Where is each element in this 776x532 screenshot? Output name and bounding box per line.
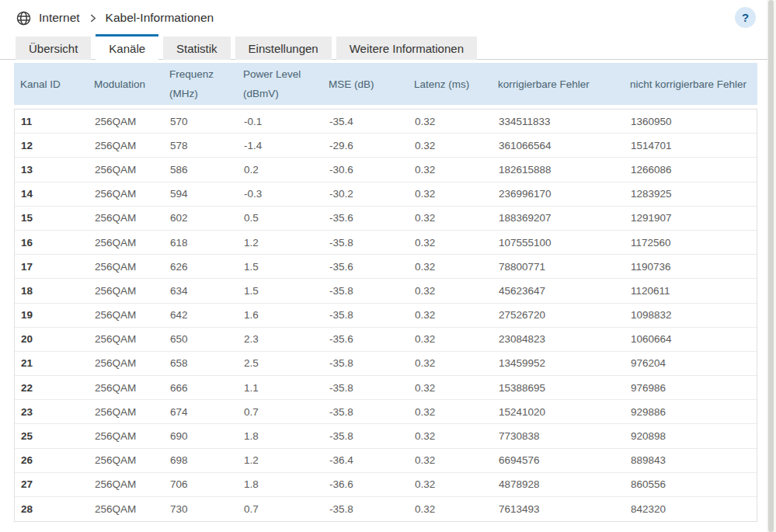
cell: 650 (164, 328, 238, 351)
cell-kanal-id: 13 (15, 158, 89, 181)
cell: 256QAM (89, 279, 164, 302)
cell: 188369207 (492, 207, 625, 230)
cell: 15388695 (492, 376, 625, 399)
cell: -36.4 (323, 449, 409, 472)
cell: 1266086 (625, 158, 757, 181)
table-row: 27256QAM7061.8-36.60.324878928860556 (15, 473, 757, 497)
cell: 1514701 (625, 134, 757, 157)
table-body: 11256QAM570-0.1-35.40.323345118331360950… (14, 109, 757, 522)
cell-kanal-id: 11 (15, 110, 89, 133)
cell: -35.8 (323, 279, 409, 302)
cell: 634 (164, 279, 238, 302)
cell: 0.32 (409, 158, 492, 181)
cell-kanal-id: 23 (15, 400, 89, 423)
help-button[interactable]: ? (735, 7, 756, 28)
table-row: 11256QAM570-0.1-35.40.323345118331360950 (15, 110, 757, 134)
cell: 236996170 (492, 183, 625, 206)
cell: 23084823 (492, 328, 625, 351)
cell: 889843 (625, 449, 757, 472)
scrollbar-track[interactable] (767, 0, 776, 532)
column-header: Power Level(dBmV) (237, 63, 322, 105)
cell: 690 (164, 424, 238, 447)
column-header: Kanal ID (14, 63, 88, 105)
cell-kanal-id: 26 (15, 449, 89, 472)
cell: 1360950 (625, 110, 757, 133)
cell: 1060664 (625, 328, 757, 351)
globe-icon (16, 10, 32, 26)
chevron-right-icon (89, 14, 97, 23)
cell: 658 (164, 352, 238, 375)
table-row: 21256QAM6582.5-35.80.3213459952976204 (15, 352, 757, 376)
cell: -30.2 (323, 183, 409, 206)
cell: 1.8 (238, 473, 323, 496)
table-row: 12256QAM578-1.4-29.60.323610665641514701 (15, 134, 757, 158)
table-row: 28256QAM7300.7-35.80.327613493842320 (15, 497, 757, 521)
cell: -35.8 (323, 497, 409, 521)
cell: 0.32 (409, 183, 492, 206)
table-row: 14256QAM594-0.3-30.20.322369961701283925 (15, 183, 757, 207)
cell-kanal-id: 12 (15, 134, 89, 157)
cell: 976204 (625, 352, 757, 375)
table-row: 25256QAM6901.8-35.80.327730838920898 (15, 424, 757, 448)
tab-kan-le[interactable]: Kanäle (96, 34, 158, 60)
cell: 2.3 (238, 328, 323, 351)
cell-kanal-id: 20 (15, 328, 89, 351)
cell: 1172560 (625, 231, 757, 254)
cell: -35.8 (323, 231, 409, 254)
cell-kanal-id: 16 (15, 231, 89, 254)
tab-statistik[interactable]: Statistik (163, 37, 231, 60)
cell: 1120611 (625, 279, 757, 302)
cell: -35.4 (323, 110, 409, 133)
breadcrumb-section[interactable]: Internet (39, 11, 80, 25)
column-header: Modulation (88, 63, 163, 105)
cell: -35.6 (323, 207, 409, 230)
cell: 361066564 (492, 134, 625, 157)
cell: 0.32 (409, 473, 492, 496)
cell: 0.32 (409, 497, 492, 521)
cell-kanal-id: 27 (15, 473, 89, 496)
cell-kanal-id: 17 (15, 255, 89, 278)
cell: 334511833 (492, 110, 625, 133)
channel-table: Kanal IDModulationFrequenz (MHz)Power Le… (14, 63, 757, 522)
cell-kanal-id: 22 (15, 376, 89, 399)
tab--bersicht[interactable]: Übersicht (16, 37, 91, 60)
table-row: 20256QAM6502.3-35.60.32230848231060664 (15, 328, 757, 352)
cell: 0.32 (409, 279, 492, 302)
cell-kanal-id: 28 (15, 497, 89, 521)
table-row: 15256QAM6020.5-35.60.321883692071291907 (15, 207, 757, 231)
tab-weitere-informationen[interactable]: Weitere Informationen (336, 37, 477, 60)
cell: 860556 (625, 473, 757, 496)
cell: 1.5 (238, 279, 323, 302)
cell: 256QAM (89, 158, 164, 181)
cell: 15241020 (492, 400, 625, 423)
cell: 256QAM (89, 473, 164, 496)
table-row: 16256QAM6181.2-35.80.321075551001172560 (15, 231, 757, 255)
cell: 27526720 (492, 304, 625, 327)
cell: 256QAM (89, 449, 164, 472)
cell-kanal-id: 21 (15, 352, 89, 375)
cell: 256QAM (89, 352, 164, 375)
cell: -35.8 (323, 424, 409, 447)
cell: -30.6 (323, 158, 409, 181)
cell: 0.32 (409, 449, 492, 472)
table-row: 23256QAM6740.7-35.80.3215241020929886 (15, 400, 757, 424)
column-header: Latenz (ms) (408, 63, 492, 105)
table-row: 22256QAM6661.1-35.80.3215388695976986 (15, 376, 757, 400)
cell: 842320 (625, 497, 757, 521)
cell: 976986 (625, 376, 757, 399)
cell: -1.4 (238, 134, 323, 157)
cell: 1.5 (238, 255, 323, 278)
cell: 1.2 (238, 449, 323, 472)
cable-information-page: Internet Kabel-Informationen ? Übersicht… (0, 0, 776, 532)
tab-einstellungen[interactable]: Einstellungen (235, 37, 332, 60)
cell: 4878928 (492, 473, 625, 496)
cell: 256QAM (89, 110, 164, 133)
cell: 0.32 (409, 134, 492, 157)
cell-kanal-id: 15 (15, 207, 89, 230)
cell: 570 (164, 110, 238, 133)
scrollbar-thumb[interactable] (768, 0, 774, 532)
cell: 256QAM (89, 376, 164, 399)
cell: -35.8 (323, 352, 409, 375)
cell: 45623647 (492, 279, 625, 302)
cell: 666 (164, 376, 238, 399)
